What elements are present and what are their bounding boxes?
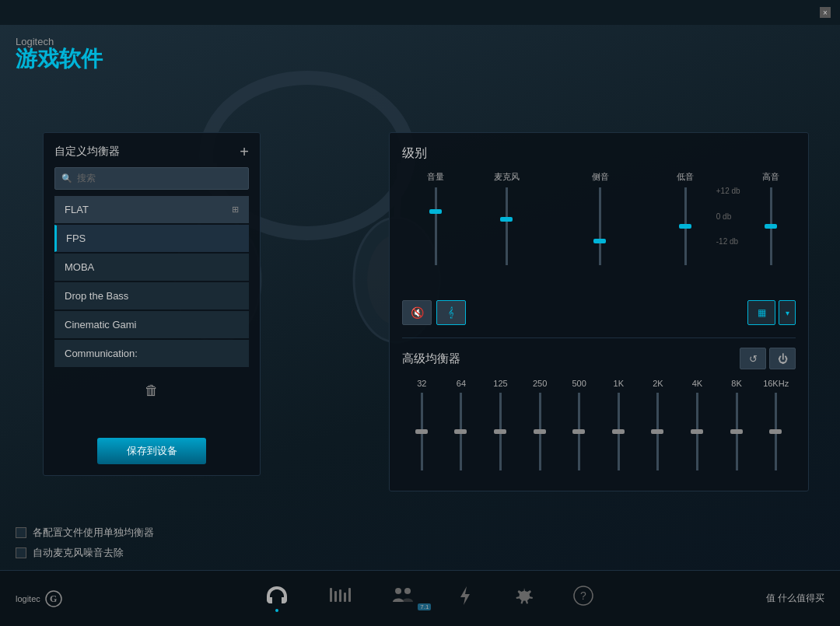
nav-equalizer-button[interactable]: [308, 585, 370, 612]
preset-item-dropbass[interactable]: Drop the Bass: [54, 282, 249, 310]
close-button[interactable]: ×: [820, 7, 831, 18]
left-panel: 自定义均衡器 + 🔍 搜索 FLAT ⊞ FPS MOBA Drop the B…: [43, 132, 261, 476]
bass-slider[interactable]: [677, 187, 693, 265]
side-label: 值 什么值得买: [766, 592, 824, 605]
nav-lightning-button[interactable]: [436, 585, 495, 612]
preset-label-flat: FLAT: [65, 204, 89, 215]
eq-freq-64: 64: [442, 379, 481, 388]
app-header: Logitech 游戏软件: [0, 25, 840, 79]
left-panel-title: 自定义均衡器: [54, 145, 120, 159]
levels-title: 级别: [402, 145, 796, 162]
preset-label-fps: FPS: [66, 233, 86, 244]
search-icon: 🔍: [61, 173, 72, 184]
eq-slider-1k[interactable]: [611, 393, 625, 470]
active-indicator: [275, 609, 278, 612]
volume-label: 音量: [427, 171, 444, 183]
eq-slider-500[interactable]: [572, 393, 586, 470]
per-profile-label: 各配置文件使用单独均衡器: [33, 526, 154, 540]
preset-item-fps[interactable]: FPS: [54, 225, 249, 252]
bottom-nav: logitech G: [0, 570, 840, 626]
eq-slider-64[interactable]: [454, 393, 468, 470]
logitech-logo-icon: logitech: [16, 591, 40, 607]
preset-item-flat[interactable]: FLAT ⊞: [54, 196, 249, 223]
advanced-eq-section: 高级均衡器 ↺ ⏻ 32 64 125 250 500 1K 2K 4K 8K …: [402, 337, 796, 478]
eq-freq-2k: 2K: [639, 379, 678, 388]
chevron-down-icon: ▾: [786, 309, 789, 317]
volume-slider[interactable]: [428, 187, 443, 265]
save-to-device-button[interactable]: 保存到设备: [97, 438, 206, 464]
preset-label-cinematic: Cinematic Gami: [65, 319, 136, 330]
preset-item-moba[interactable]: MOBA: [54, 254, 249, 281]
eq-slider-8k[interactable]: [730, 393, 744, 470]
preset-list: FLAT ⊞ FPS MOBA Drop the Bass Cinematic …: [54, 196, 249, 367]
left-panel-header: 自定义均衡器 +: [54, 144, 249, 159]
mic-icon: 𝄞: [448, 306, 454, 319]
buttons-row: 🔇 𝄞 ▦ ▾: [402, 300, 796, 325]
headset-nav-icon: [264, 585, 289, 607]
mic-mute-button[interactable]: 𝄞: [436, 300, 466, 325]
eq-visualizer-button[interactable]: ▦: [747, 300, 775, 325]
advanced-eq-header: 高级均衡器 ↺ ⏻: [402, 348, 796, 369]
svg-rect-14: [334, 591, 337, 602]
mic-slider[interactable]: [499, 187, 514, 265]
eq-slider-32[interactable]: [415, 393, 429, 470]
help-nav-icon: ?: [572, 585, 594, 607]
svg-rect-16: [344, 593, 346, 602]
preset-item-cinematic[interactable]: Cinematic Gami: [54, 311, 249, 338]
svg-rect-13: [330, 588, 332, 602]
eq-slider-16k[interactable]: [769, 393, 783, 470]
settings-nav-icon: [513, 585, 535, 607]
search-box: 🔍 搜索: [54, 167, 249, 190]
bottom-checkboxes: 各配置文件使用单独均衡器 自动麦克风噪音去除: [16, 526, 154, 560]
levels-section: 级别 音量 麦克风 侧音: [402, 145, 796, 288]
db-mid-label: 0 db: [716, 212, 740, 221]
treble-slider-group: 高音: [747, 171, 796, 265]
eq-freq-4k: 4K: [677, 379, 717, 388]
db-max-label: +12 db: [716, 187, 740, 195]
sidetone-label: 侧音: [592, 171, 609, 183]
noise-cancel-checkbox-box[interactable]: [16, 547, 26, 558]
advanced-eq-buttons: ↺ ⏻: [740, 348, 796, 369]
nav-headset-button[interactable]: [246, 585, 308, 612]
noise-cancel-label: 自动麦克风噪音去除: [33, 546, 124, 560]
svg-point-19: [404, 588, 411, 594]
eq-reset-button[interactable]: ↺: [740, 348, 766, 369]
nav-surround-button[interactable]: 7.1: [370, 585, 436, 612]
buttons-right: ▦ ▾: [747, 300, 796, 325]
mute-button[interactable]: 🔇: [402, 300, 432, 325]
nav-right: 值 什么值得买: [766, 592, 824, 605]
per-profile-checkbox-box[interactable]: [16, 527, 26, 538]
eq-slider-250[interactable]: [533, 393, 547, 470]
nav-settings-button[interactable]: [495, 585, 554, 612]
delete-preset-button[interactable]: 🗑: [140, 383, 163, 399]
treble-slider[interactable]: [763, 187, 779, 265]
preset-item-communication[interactable]: Communication:: [54, 340, 249, 367]
per-profile-checkbox[interactable]: 各配置文件使用单独均衡器: [16, 526, 154, 540]
add-preset-button[interactable]: +: [240, 144, 249, 159]
eq-power-button[interactable]: ⏻: [769, 348, 796, 369]
preset-label-communication: Communication:: [65, 348, 138, 359]
eq-slider-2k[interactable]: [651, 393, 665, 470]
mic-slider-group: 麦克风: [473, 171, 541, 265]
db-min-label: -12 db: [716, 237, 740, 246]
treble-label: 高音: [762, 171, 779, 183]
eq-slider-4k[interactable]: [690, 393, 704, 470]
lightning-nav-icon: [454, 585, 476, 607]
eq-freq-32: 32: [402, 379, 442, 388]
eq-slider-125[interactable]: [493, 393, 507, 470]
sidetone-slider[interactable]: [593, 187, 608, 265]
eq-dropdown-button[interactable]: ▾: [779, 300, 796, 325]
brand-label: Logitech: [16, 36, 824, 47]
svg-text:G: G: [50, 593, 57, 604]
bass-slider-group: 低音: [660, 171, 709, 265]
nav-help-button[interactable]: ?: [554, 585, 613, 612]
preset-label-dropbass: Drop the Bass: [65, 290, 128, 302]
noise-cancel-checkbox[interactable]: 自动麦克风噪音去除: [16, 546, 154, 560]
eq-freq-8k: 8K: [717, 379, 757, 388]
nav-logo: logitech G: [16, 590, 62, 607]
eq-freq-500: 500: [559, 379, 599, 388]
search-placeholder: 搜索: [77, 172, 96, 185]
svg-rect-17: [348, 588, 351, 602]
app-title: 游戏软件: [16, 47, 824, 72]
advanced-eq-title: 高级均衡器: [402, 351, 460, 366]
